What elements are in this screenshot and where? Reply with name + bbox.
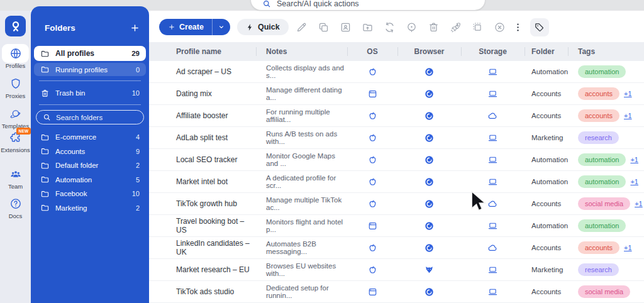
close-button[interactable] [490, 18, 509, 36]
create-dropdown-button[interactable] [212, 19, 230, 35]
folder-item-all-profiles[interactable]: All profiles 29 [34, 46, 146, 61]
profile-row-market-intel-bot[interactable]: Market intel botA dedicated profile for … [149, 171, 644, 193]
folder-item-e-commerce[interactable]: E-commerce4 [34, 130, 146, 145]
more-button[interactable] [512, 18, 523, 36]
create-button[interactable]: Create [159, 19, 212, 35]
folder-count: 2 [136, 162, 140, 169]
tag-pill[interactable]: accounts [578, 109, 619, 122]
sidebar-item-proxies[interactable]: Proxies [0, 77, 31, 99]
search-folders-input[interactable]: Search folders [36, 110, 144, 124]
duplicate-button[interactable] [314, 18, 333, 36]
more-tags-link[interactable]: +1 [630, 178, 638, 185]
plus-icon [168, 23, 175, 31]
column-header-notes[interactable]: Notes [256, 42, 347, 61]
folder-item-marketing[interactable]: Marketing2 [34, 201, 146, 216]
folder-count: 10 [132, 190, 140, 197]
tag-pill[interactable]: accounts [578, 241, 619, 254]
os-cell [347, 243, 397, 253]
profile-row-tiktok-ads-studio[interactable]: TikTok ads studioDedicated setup for run… [149, 281, 644, 303]
edit-button[interactable] [292, 18, 311, 36]
folder-item-accounts[interactable]: Accounts9 [34, 145, 146, 159]
profile-row-adlab-split-test[interactable]: AdLab split testRuns A/B tests on ads wi… [149, 127, 644, 149]
storage-cell [461, 265, 525, 275]
app-logo[interactable] [5, 16, 26, 36]
create-button-group: Create [159, 19, 230, 35]
trash-bin-item[interactable]: Trash bin 10 [34, 85, 146, 101]
profile-tags: social media+1 [568, 197, 644, 210]
profile-notes: Runs A/B tests on ads with... [256, 130, 347, 145]
profile-folder: Automation [525, 156, 568, 163]
profile-row-travel-booking-bot-us[interactable]: Travel booking bot – USMonitors flight a… [149, 215, 644, 237]
profile-row-local-seo-tracker[interactable]: Local SEO trackerMonitor Google Maps and… [149, 149, 644, 171]
folder-item-default-folder[interactable]: Default folder2 [34, 158, 146, 173]
tag-pill[interactable]: automation [578, 219, 626, 232]
profile-notes: Browses EU websites with... [256, 262, 347, 277]
column-header-storage[interactable]: Storage [461, 42, 525, 61]
firefox-icon [424, 265, 435, 275]
profile-row-tiktok-growth-hub[interactable]: TikTok growth hubManage multiple TikTok … [149, 193, 644, 215]
chrome-icon [424, 243, 435, 253]
column-header-browser[interactable]: Browser [397, 42, 461, 61]
tag-pill[interactable]: research [578, 263, 619, 276]
profile-row-ad-scraper-us[interactable]: Ad scraper – USCollects display ads and … [149, 61, 644, 83]
more-icon [513, 22, 523, 33]
tag-pill[interactable]: social media [578, 285, 630, 298]
sidebar-item-team[interactable]: Team [0, 168, 31, 190]
folder-item-automation[interactable]: Automation5 [34, 173, 146, 187]
profile-card-icon [340, 21, 352, 33]
local-storage-icon [487, 287, 498, 297]
quick-button[interactable]: Quick [237, 19, 289, 35]
more-tags-link[interactable]: +1 [635, 200, 643, 207]
profile-card-button[interactable] [336, 18, 355, 36]
manage-tags-button[interactable] [530, 18, 549, 36]
profile-row-affiliate-booster[interactable]: Affiliate boosterFor running multiple af… [149, 105, 644, 127]
move-to-folder-button[interactable] [358, 18, 377, 36]
sidebar-item-templates[interactable]: Templates [0, 107, 31, 129]
profile-tags: automation+1 [568, 153, 644, 166]
tag-pill[interactable]: social media [578, 197, 630, 210]
folder-item-running-profiles[interactable]: Running profiles 0 [34, 63, 146, 76]
window-button[interactable] [468, 18, 487, 36]
refresh-button[interactable] [380, 18, 399, 36]
browser-cell [397, 221, 461, 231]
globe-icon [9, 47, 22, 60]
tag-pill[interactable]: automation [578, 65, 626, 78]
planet-icon [9, 107, 22, 120]
tag-pill[interactable]: automation [578, 175, 626, 188]
more-tags-link[interactable]: +1 [624, 112, 632, 119]
column-header-folder[interactable]: Folder [525, 42, 568, 61]
tag-pill[interactable]: automation [578, 153, 626, 166]
more-tags-link[interactable]: +1 [624, 244, 632, 251]
folder-icon [40, 133, 50, 142]
profile-folder: Marketing [525, 134, 568, 141]
column-header-os[interactable]: OS [347, 42, 397, 61]
transfer-button[interactable] [446, 18, 465, 36]
global-search-input[interactable]: Search/AI quick actions [251, 0, 485, 10]
folder-item-facebook[interactable]: Facebook10 [34, 187, 146, 201]
profile-row-market-research-eu[interactable]: Market research – EUBrowses EU websites … [149, 259, 644, 281]
sidebar-item-docs[interactable]: Docs [0, 197, 31, 219]
profiles-toolbar: Create Quick [149, 18, 644, 36]
chrome-icon [424, 199, 435, 209]
tag-pill[interactable]: accounts [578, 87, 619, 100]
delete-button[interactable] [424, 18, 443, 36]
profile-row-dating-mix[interactable]: Dating mixManage different dating a...Ac… [149, 83, 644, 105]
tag-pill[interactable]: research [578, 131, 619, 144]
add-folder-button[interactable] [128, 21, 141, 34]
folder-icon [40, 189, 50, 199]
search-icon [43, 113, 51, 121]
more-tags-link[interactable]: +1 [624, 90, 632, 97]
duplicate-icon [318, 21, 330, 33]
profile-folder: Automation [525, 222, 568, 229]
folder-count: 5 [136, 176, 140, 184]
sidebar-item-profiles[interactable]: Profiles [0, 47, 31, 69]
search-folders-placeholder: Search folders [56, 114, 103, 121]
window-icon [472, 21, 484, 33]
more-tags-link[interactable]: +1 [630, 156, 638, 163]
sidebar-item-extensions[interactable]: NEWExtensions [0, 131, 31, 153]
profile-row-linkedin-candidates-uk[interactable]: LinkedIn candidates – UKAutomates B2B me… [149, 237, 644, 259]
proxy-button[interactable] [402, 18, 421, 36]
windows-icon [367, 221, 378, 231]
column-header-tags[interactable]: Tags [568, 42, 644, 61]
column-header-profile-name[interactable]: Profile name [149, 42, 256, 61]
